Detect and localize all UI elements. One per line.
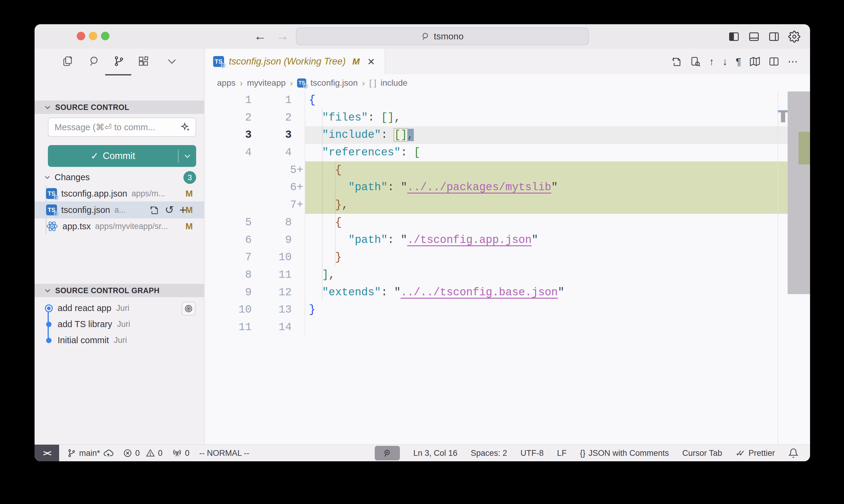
toggle-panel-icon[interactable] bbox=[748, 31, 760, 42]
encoding-status[interactable]: UTF-8 bbox=[520, 449, 544, 458]
code-line[interactable]: 69 "path": "./tsconfig.app.json" bbox=[205, 231, 810, 249]
ports-status[interactable]: 0 bbox=[172, 448, 189, 458]
scrollbar-thumb[interactable] bbox=[788, 91, 810, 294]
source-control-graph-header[interactable]: SOURCE CONTROL GRAPH bbox=[35, 284, 204, 297]
explorer-icon[interactable] bbox=[61, 54, 74, 68]
toggle-secondary-sidebar-icon[interactable] bbox=[768, 31, 780, 42]
close-window-button[interactable] bbox=[77, 32, 85, 40]
minimap-text-mark bbox=[781, 112, 785, 122]
code-line[interactable]: 7+ }, bbox=[205, 196, 810, 214]
breadcrumb-item[interactable]: tsconfig.json bbox=[310, 78, 358, 88]
code-line[interactable]: 1013} bbox=[205, 301, 810, 319]
code-line[interactable]: 811 ], bbox=[205, 266, 810, 284]
original-line-number: 10 bbox=[205, 301, 252, 319]
source-control-section-header[interactable]: SOURCE CONTROL bbox=[35, 101, 204, 114]
code-line[interactable]: 5+ { bbox=[205, 161, 810, 179]
commit-message-input[interactable]: Message (⌘⏎ to comm... bbox=[48, 118, 196, 137]
modified-line-number: 6+ bbox=[252, 179, 303, 196]
settings-gear-icon[interactable] bbox=[788, 31, 800, 43]
navigate-back-button[interactable]: ← bbox=[254, 24, 266, 49]
cursor-tab-status[interactable]: Cursor Tab bbox=[682, 449, 722, 458]
code-line[interactable]: 44 "references": [ bbox=[205, 144, 810, 161]
changed-file-row-selected[interactable]: TS tsconfig.json a... ↺ + M bbox=[35, 201, 204, 218]
code-line[interactable]: 1114 bbox=[205, 319, 810, 336]
sparkle-copilot-icon[interactable] bbox=[180, 122, 191, 132]
eol-status[interactable]: LF bbox=[557, 449, 567, 458]
code-line[interactable]: 22 "files": [], bbox=[205, 109, 810, 127]
cursor-position-status[interactable]: Ln 3, Col 16 bbox=[413, 449, 458, 458]
split-editor-icon[interactable] bbox=[769, 56, 779, 67]
commit-row[interactable]: add TS library Juri bbox=[35, 316, 204, 332]
commit-row[interactable]: Initial commit Juri bbox=[35, 332, 204, 348]
problems-status[interactable]: 0 0 bbox=[123, 449, 162, 458]
open-file-icon[interactable] bbox=[671, 56, 682, 67]
file-name: tsconfig.json bbox=[61, 205, 110, 215]
commit-row[interactable]: add react app Juri bbox=[35, 300, 204, 316]
tsconfig-file-icon: TS bbox=[46, 188, 57, 199]
error-count: 0 bbox=[135, 449, 140, 458]
remote-indicator[interactable]: >< bbox=[35, 445, 59, 461]
commit-author: Juri bbox=[117, 320, 131, 329]
tab-title: tsconfig.json (Working Tree) bbox=[229, 56, 346, 67]
formatter-status[interactable]: ✓✓ Prettier bbox=[736, 448, 775, 458]
discard-changes-icon[interactable]: ↺ bbox=[165, 203, 174, 216]
previous-change-icon[interactable]: ↑ bbox=[709, 56, 714, 68]
changed-file-row[interactable]: TS tsconfig.app.json apps/m... M bbox=[35, 186, 204, 201]
commit-message: add TS library bbox=[57, 319, 112, 329]
commit-button[interactable]: ✓ Commit bbox=[48, 145, 196, 167]
modified-badge: M bbox=[186, 221, 193, 231]
code-line[interactable]: 11{ bbox=[205, 91, 810, 109]
code-line-content: "references": [ bbox=[305, 144, 810, 161]
code-line-content: "path": "../../packages/mytslib" bbox=[305, 179, 810, 196]
search-view-icon[interactable] bbox=[87, 54, 101, 68]
diff-editor[interactable]: 11{22 "files": [],33 "include": [],44 "r… bbox=[205, 91, 810, 444]
changes-section-header[interactable]: Changes 3 bbox=[35, 169, 204, 185]
breadcrumb-item[interactable]: include bbox=[380, 78, 408, 88]
notifications-bell-icon[interactable] bbox=[788, 448, 798, 458]
language-mode-status[interactable]: {} JSON with Comments bbox=[580, 449, 669, 458]
errors-icon bbox=[123, 449, 132, 458]
goto-commit-target-button[interactable] bbox=[182, 302, 195, 316]
original-line-number: 7 bbox=[205, 249, 252, 266]
extensions-icon[interactable] bbox=[136, 54, 150, 68]
commit-message: Initial commit bbox=[57, 335, 109, 345]
breadcrumb-item[interactable]: apps bbox=[217, 78, 236, 88]
accessible-diff-viewer-icon[interactable] bbox=[690, 56, 701, 67]
command-center-search[interactable]: tsmono bbox=[296, 28, 589, 45]
code-line-content: "include": [], bbox=[305, 126, 810, 144]
code-line[interactable]: 6+ "path": "../../packages/mytslib" bbox=[205, 179, 810, 196]
maximize-window-button[interactable] bbox=[101, 32, 109, 40]
modified-line-number: 1 bbox=[252, 91, 303, 109]
code-line-content: }, bbox=[305, 196, 810, 214]
code-line-content: "files": [], bbox=[305, 109, 810, 127]
navigate-forward-button[interactable]: → bbox=[276, 24, 289, 49]
next-change-icon[interactable]: ↓ bbox=[722, 56, 728, 68]
indentation-status[interactable]: Spaces: 2 bbox=[471, 449, 507, 458]
close-tab-icon[interactable]: × bbox=[368, 56, 375, 67]
source-control-view-icon[interactable] bbox=[112, 54, 126, 68]
breadcrumb-item[interactable]: myviteapp bbox=[247, 78, 286, 88]
code-line[interactable]: 710 } bbox=[205, 249, 810, 266]
map-outline-icon[interactable] bbox=[750, 56, 760, 67]
minimize-window-button[interactable] bbox=[89, 32, 97, 40]
file-path: apps/m... bbox=[132, 189, 204, 198]
section-title: SOURCE CONTROL bbox=[55, 103, 130, 112]
more-actions-icon[interactable]: ⋯ bbox=[788, 55, 798, 68]
vim-mode-indicator[interactable]: -- NORMAL -- bbox=[199, 449, 249, 458]
breadcrumb: apps › myviteapp › TS tsconfig.json › [ … bbox=[205, 74, 810, 91]
search-icon bbox=[421, 32, 430, 41]
changed-file-row[interactable]: app.tsx apps/myviteapp/sr... M bbox=[35, 218, 204, 234]
zoom-indicator-button[interactable] bbox=[375, 446, 400, 461]
whitespace-toggle-icon[interactable]: ¶ bbox=[736, 56, 741, 68]
modified-badge: M bbox=[186, 205, 193, 215]
additional-views-icon[interactable] bbox=[165, 54, 179, 68]
original-line-number: 11 bbox=[205, 319, 252, 336]
code-line[interactable]: 912 "extends": "../../tsconfig.base.json… bbox=[205, 284, 810, 301]
code-line[interactable]: 33 "include": [], bbox=[205, 126, 810, 144]
commit-dropdown-button[interactable] bbox=[178, 152, 196, 160]
toggle-primary-sidebar-icon[interactable] bbox=[728, 31, 740, 42]
tab-tsconfig-working-tree[interactable]: TS tsconfig.json (Working Tree) M × bbox=[205, 49, 385, 74]
code-line[interactable]: 58 { bbox=[205, 214, 810, 231]
branch-status[interactable]: main* bbox=[67, 448, 114, 458]
open-file-icon[interactable] bbox=[149, 205, 159, 215]
